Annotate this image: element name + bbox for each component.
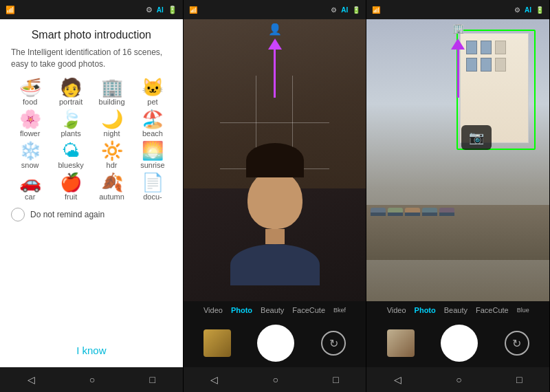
building-viewfinder: 📷 🏢 bbox=[366, 19, 549, 301]
scene-label-portrait: portrait bbox=[59, 98, 82, 106]
settings-icon-3: ⚙ bbox=[514, 6, 520, 14]
camera2-controls: ↻ bbox=[366, 319, 549, 367]
scene-icon-fruit: 🍎 bbox=[60, 173, 82, 191]
scene-item-flower: 🌸flower bbox=[11, 110, 49, 138]
recents-nav-icon-2[interactable]: □ bbox=[333, 374, 338, 385]
scene-icon-flower: 🌸 bbox=[19, 110, 41, 128]
cars-row bbox=[366, 205, 549, 219]
arrow-head bbox=[268, 39, 282, 50]
home-nav-icon-2[interactable]: ○ bbox=[273, 374, 278, 385]
iknow-button[interactable]: I know bbox=[76, 339, 106, 362]
scene-label-flower: flower bbox=[20, 129, 40, 138]
building-arrow bbox=[451, 39, 465, 98]
scene-icon-food: 🍜 bbox=[19, 78, 41, 96]
thumbnail-preview-2[interactable] bbox=[387, 329, 415, 357]
mode-video-2[interactable]: Video bbox=[387, 306, 406, 314]
scene-item-night: 🌙night bbox=[93, 110, 131, 138]
scene-item-car: 🚗car bbox=[11, 173, 49, 201]
mode-beauty-2[interactable]: Beauty bbox=[444, 306, 468, 314]
rotate-camera-button-2[interactable]: ↻ bbox=[505, 331, 529, 356]
camera-selfie-panel: 📶 ⚙ AI 🔋 👤 bbox=[184, 0, 367, 392]
rotate-camera-button-1[interactable]: ↻ bbox=[321, 331, 346, 356]
mode-beauty-1[interactable]: Beauty bbox=[261, 306, 284, 314]
thumbnail-preview-1[interactable] bbox=[204, 329, 231, 357]
back-nav-icon[interactable]: ◁ bbox=[28, 374, 35, 385]
camera1-bottom-nav: ◁ ○ □ bbox=[184, 367, 366, 392]
camera2-status-bar: 📶 ⚙ AI 🔋 bbox=[366, 0, 549, 19]
selfie-arrow bbox=[268, 39, 282, 98]
face-silhouette bbox=[230, 143, 320, 260]
scene-icon-snow: ❄️ bbox=[19, 142, 41, 160]
intro-bottom-nav: ◁ ○ □ bbox=[0, 367, 183, 392]
scene-label-plants: plants bbox=[60, 129, 80, 138]
car-1 bbox=[371, 208, 386, 216]
arrow-line bbox=[274, 50, 276, 98]
scene-icon-beach: 🏖️ bbox=[142, 110, 164, 128]
signal-icon: 📶 bbox=[6, 6, 15, 14]
intro-panel: 📶 ⚙ AI 🔋 Smart photo introduction The In… bbox=[0, 0, 184, 392]
remind-checkbox[interactable] bbox=[11, 208, 25, 221]
scene-grid: 🍜food🧑portrait🏢building🐱pet🌸flower🍃plant… bbox=[11, 78, 172, 201]
scene-label-building: building bbox=[99, 98, 125, 106]
mode-bkef-1[interactable]: Bkef bbox=[333, 307, 346, 314]
portrait-indicator: 👤 bbox=[268, 23, 282, 36]
battery-icon-3: 🔋 bbox=[536, 6, 544, 14]
recents-nav-icon-3[interactable]: □ bbox=[516, 374, 522, 385]
scene-label-food: food bbox=[23, 98, 37, 106]
battery-icon-2: 🔋 bbox=[352, 6, 360, 14]
scene-item-food: 🍜food bbox=[11, 78, 49, 106]
scene-label-night: night bbox=[104, 129, 120, 138]
scene-label-car: car bbox=[25, 193, 35, 201]
scene-item-portrait: 🧑portrait bbox=[52, 78, 89, 106]
mode-facecute-2[interactable]: FaceCute bbox=[476, 306, 509, 314]
scene-item-building: 🏢building bbox=[93, 78, 131, 106]
settings-icon-2: ⚙ bbox=[331, 6, 337, 14]
scene-label-beach: beach bbox=[142, 129, 163, 138]
scene-item-beach: 🏖️beach bbox=[133, 110, 171, 138]
scene-label-sunrise: sunrise bbox=[140, 161, 164, 169]
mode-facecute-1[interactable]: FaceCute bbox=[292, 306, 325, 314]
shutter-button-1[interactable] bbox=[257, 325, 294, 362]
arrow-head-2 bbox=[451, 39, 465, 50]
camera2-mode-bar: Video Photo Beauty FaceCute Blue bbox=[366, 301, 549, 319]
scene-icon-pet: 🐱 bbox=[142, 78, 164, 96]
mode-blue-2[interactable]: Blue bbox=[517, 307, 529, 314]
scene-item-bluesky: 🌤bluesky bbox=[52, 142, 89, 169]
camera-overlay-icon: 📷 bbox=[461, 125, 492, 150]
mode-video-1[interactable]: Video bbox=[204, 306, 223, 314]
scene-label-hdr: hdr bbox=[107, 161, 118, 169]
building-indicator: 🏢 bbox=[452, 23, 464, 34]
scene-icon-plants: 🍃 bbox=[60, 110, 82, 128]
ai-indicator-2: AI bbox=[341, 6, 348, 14]
scene-label-docu-: docu- bbox=[143, 193, 162, 201]
scene-icon-portrait: 🧑 bbox=[60, 78, 82, 96]
back-nav-icon-3[interactable]: ◁ bbox=[394, 374, 402, 385]
shutter-button-2[interactable] bbox=[441, 325, 478, 362]
grid-line-h1 bbox=[220, 122, 329, 123]
settings-icon: ⚙ bbox=[146, 6, 153, 14]
remind-row[interactable]: Do not remind again bbox=[11, 208, 104, 221]
recents-nav-icon[interactable]: □ bbox=[150, 374, 155, 385]
mode-photo-2[interactable]: Photo bbox=[415, 306, 436, 314]
scene-label-bluesky: bluesky bbox=[58, 161, 83, 169]
battery-icon: 🔋 bbox=[168, 6, 177, 14]
selfie-viewfinder: 👤 bbox=[184, 19, 366, 301]
scene-icon-bluesky: 🌤 bbox=[62, 142, 80, 160]
scene-icon-building: 🏢 bbox=[101, 78, 123, 96]
back-nav-icon-2[interactable]: ◁ bbox=[210, 374, 218, 385]
remind-label: Do not remind again bbox=[30, 210, 104, 219]
mode-photo-1[interactable]: Photo bbox=[231, 306, 252, 314]
scene-item-snow: ❄️snow bbox=[11, 142, 49, 169]
home-nav-icon[interactable]: ○ bbox=[89, 374, 95, 385]
car-4 bbox=[422, 208, 437, 216]
intro-title: Smart photo introduction bbox=[32, 29, 151, 41]
scene-icon-docu-: 📄 bbox=[142, 173, 164, 191]
car-3 bbox=[405, 208, 420, 216]
face-shoulders bbox=[230, 244, 320, 285]
home-nav-icon-3[interactable]: ○ bbox=[456, 374, 461, 385]
signal-icon-2: 📶 bbox=[189, 6, 197, 14]
scene-icon-car: 🚗 bbox=[19, 173, 41, 191]
scene-item-docu-: 📄docu- bbox=[133, 173, 171, 201]
scene-item-plants: 🍃plants bbox=[52, 110, 89, 138]
camera1-status-bar: 📶 ⚙ AI 🔋 bbox=[184, 0, 366, 19]
